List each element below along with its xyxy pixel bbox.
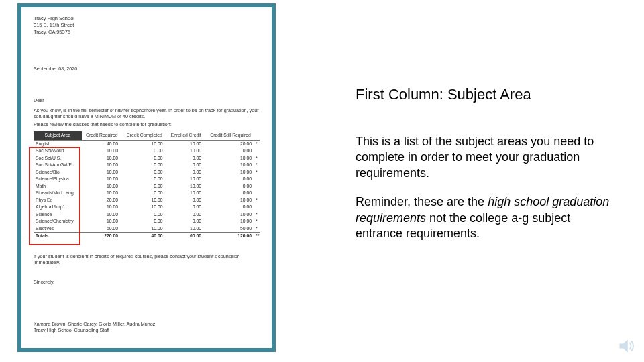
cell-still: 0.00: [205, 147, 256, 154]
cell-still: 10.00: [205, 162, 256, 168]
cell-subject: Science/Physica: [34, 176, 82, 182]
cell-completed: 0.00: [122, 183, 166, 190]
cell-enrolled: 10.00: [166, 225, 205, 233]
cell-enrolled: 10.00: [166, 140, 205, 147]
totals-enrolled: 60.00: [166, 233, 205, 240]
closing: Sincerely,: [34, 279, 260, 285]
cell-subject: Science/Chemistry: [34, 218, 82, 225]
cell-still: 50.00: [205, 225, 256, 233]
cell-required: 10.00: [82, 169, 122, 176]
table-row: Science10.000.000.0010.00*: [34, 211, 260, 218]
cell-still: 20.00: [205, 140, 256, 147]
cell-completed: 10.00: [122, 197, 166, 204]
table-row: Electives60.0010.0010.0050.00*: [34, 225, 260, 233]
table-row: Finearts/Mod Lang10.000.0010.000.00: [34, 190, 260, 196]
table-row: Science/Chemistry10.000.000.0010.00*: [34, 218, 260, 225]
cell-still: 10.00: [205, 211, 256, 218]
cell-required: 60.00: [82, 225, 122, 233]
cell-still: 0.00: [205, 183, 256, 190]
col-required: Credit Required: [82, 131, 122, 140]
cell-still: 10.00: [205, 218, 256, 225]
cell-enrolled: 0.00: [166, 218, 205, 225]
cell-required: 10.00: [82, 183, 122, 190]
cell-completed: 0.00: [122, 147, 166, 154]
table-row: Science/Physica10.000.0010.000.00: [34, 176, 260, 182]
cell-required: 10.00: [82, 176, 122, 182]
table-row: Soc Sci/Am Gvt/Ec10.000.000.0010.00*: [34, 162, 260, 168]
report-date: September 08, 2020: [34, 66, 260, 72]
org-line3: Tracy, CA 95376: [34, 29, 260, 36]
cell-required: 20.00: [82, 197, 122, 204]
cell-subject: Science/Bio: [34, 169, 82, 176]
cell-completed: 10.00: [122, 225, 166, 233]
cell-required: 10.00: [82, 211, 122, 218]
cell-enrolled: 0.00: [166, 211, 205, 218]
table-row: Soc Sci/World10.000.0010.000.00: [34, 147, 260, 154]
salutation: Dear: [34, 97, 260, 103]
cell-enrolled: 10.00: [166, 183, 205, 190]
cell-required: 10.00: [82, 162, 122, 168]
cell-completed: 10.00: [122, 204, 166, 210]
staff-block: Kamara Brown, Sharie Carey, Gloria Mille…: [34, 321, 260, 333]
table-row: Algebra1/Imp110.0010.000.000.00: [34, 204, 260, 210]
cell-star: *: [256, 155, 260, 162]
school-address: Tracy High School 315 E. 11th Street Tra…: [34, 15, 260, 35]
explain-title: First Column: Subject Area: [356, 86, 610, 103]
col-still: Credit Still Required: [205, 131, 256, 140]
cell-completed: 0.00: [122, 218, 166, 225]
cell-subject: Finearts/Mod Lang: [34, 190, 82, 196]
cell-star: [256, 190, 260, 196]
cell-enrolled: 0.00: [166, 155, 205, 162]
cell-still: 10.00: [205, 155, 256, 162]
cell-subject: Science: [34, 211, 82, 218]
totals-star: **: [256, 233, 260, 240]
cell-still: 10.00: [205, 197, 256, 204]
totals-label: Totals: [34, 233, 82, 240]
cell-subject: Phys Ed: [34, 197, 82, 204]
staff-line2: Tracy High School Counseling Staff: [34, 327, 260, 333]
staff-line1: Kamara Brown, Sharie Carey, Gloria Mille…: [34, 321, 260, 327]
deficient-note: If your student is deficient in credits …: [34, 253, 260, 265]
cell-subject: Math: [34, 183, 82, 190]
table-row: Math10.000.0010.000.00: [34, 183, 260, 190]
cell-required: 40.00: [82, 140, 122, 147]
cell-required: 10.00: [82, 155, 122, 162]
svg-marker-0: [620, 339, 628, 352]
cell-star: *: [256, 211, 260, 218]
cell-required: 10.00: [82, 218, 122, 225]
cell-star: *: [256, 197, 260, 204]
intro-p1: As you know, is in the fall semester of …: [34, 107, 260, 119]
cell-star: [256, 183, 260, 190]
cell-star: *: [256, 169, 260, 176]
cell-subject: Soc Sci/Am Gvt/Ec: [34, 162, 82, 168]
cell-completed: 10.00: [122, 140, 166, 147]
cell-subject: Soc Sci/U.S.: [34, 155, 82, 162]
org-line1: Tracy High School: [34, 15, 260, 22]
cell-completed: 0.00: [122, 176, 166, 182]
cell-subject: Soc Sci/World: [34, 147, 82, 154]
table-row: Phys Ed20.0010.000.0010.00*: [34, 197, 260, 204]
cell-completed: 0.00: [122, 190, 166, 196]
cell-enrolled: 0.00: [166, 162, 205, 168]
cell-star: *: [256, 162, 260, 168]
table-header: Subject Area Credit Required Credit Comp…: [34, 131, 260, 140]
col-enrolled: Enrolled Credit: [166, 131, 205, 140]
table-row: Soc Sci/U.S.10.000.000.0010.00*: [34, 155, 260, 162]
audio-icon: [617, 337, 636, 355]
col-subject: Subject Area: [34, 131, 82, 140]
cell-required: 10.00: [82, 190, 122, 196]
totals-row: Totals 220.00 40.00 60.00 120.00 **: [34, 233, 260, 240]
cell-completed: 0.00: [122, 211, 166, 218]
org-line2: 315 E. 11th Street: [34, 22, 260, 29]
credit-table: Subject Area Credit Required Credit Comp…: [34, 131, 260, 239]
report-page: Tracy High School 315 E. 11th Street Tra…: [21, 7, 272, 341]
cell-star: *: [256, 218, 260, 225]
cell-completed: 0.00: [122, 162, 166, 168]
explain-p1: This is a list of the subject areas you …: [356, 134, 610, 181]
cell-subject: Electives: [34, 225, 82, 233]
explain-p2: Reminder, these are the high school grad…: [356, 194, 610, 241]
cell-star: *: [256, 225, 260, 233]
intro-text: As you know, is in the fall semester of …: [34, 107, 260, 127]
col-completed: Credit Completed: [122, 131, 166, 140]
cell-completed: 0.00: [122, 169, 166, 176]
